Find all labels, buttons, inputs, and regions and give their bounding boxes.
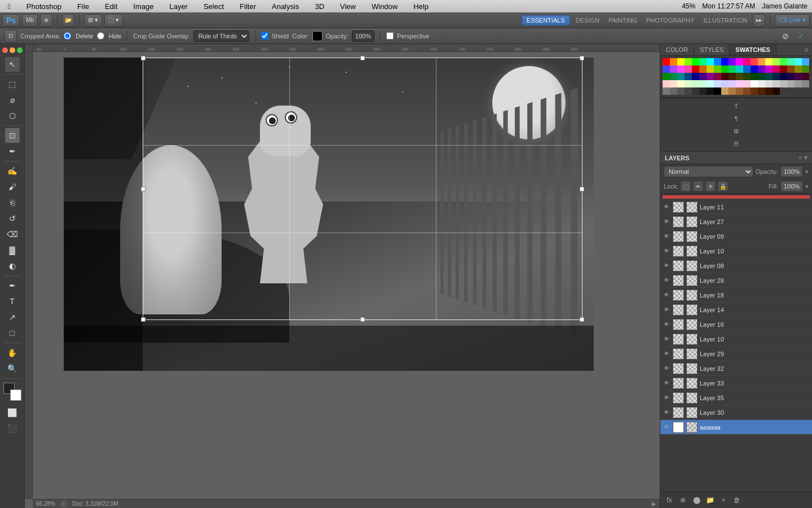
layer-eye-icon[interactable]: 👁 [663, 350, 670, 358]
gradient-tool[interactable]: ▓ [5, 243, 20, 257]
delete-layer-btn[interactable]: 🗑 [731, 494, 743, 506]
menu-filter[interactable]: Filter [236, 1, 259, 12]
eraser-tool[interactable]: ⌫ [5, 227, 20, 242]
path-select-tool[interactable]: ↗ [5, 310, 20, 325]
swatch-94[interactable] [765, 87, 773, 95]
delete-radio[interactable]: Delete [64, 32, 94, 40]
layer-eye-icon[interactable]: 👁 [663, 218, 670, 226]
layer-row[interactable]: 👁Layer 10 [660, 332, 812, 347]
layer-eye-icon[interactable]: 👁 [663, 291, 670, 299]
layer-eye-icon[interactable]: 👁 [663, 365, 670, 373]
swatch-93[interactable] [758, 87, 765, 95]
menu-help[interactable]: Help [410, 1, 432, 12]
cs-live-btn[interactable]: CS Live ▾ [775, 14, 810, 27]
menu-layer[interactable]: Layer [166, 1, 191, 12]
illustration-btn[interactable]: ILLUSTRATION [700, 16, 751, 25]
paragraph-tool-right[interactable]: ¶ [731, 113, 742, 124]
canvas-image[interactable] [64, 58, 594, 371]
swatch-10[interactable] [736, 58, 743, 65]
swatch-31[interactable] [743, 65, 751, 73]
new-layer-btn[interactable]: + [718, 494, 729, 506]
lock-move-btn[interactable]: ✛ [705, 181, 716, 191]
swatch-6[interactable] [707, 58, 714, 65]
swatch-50[interactable] [736, 73, 743, 80]
swatch-22[interactable] [677, 65, 685, 73]
swatch-33[interactable] [758, 65, 765, 73]
swatch-57[interactable] [787, 73, 795, 80]
shape-tool[interactable]: □ [5, 326, 20, 340]
swatch-64[interactable] [692, 80, 699, 87]
move-tool[interactable]: ↖ [5, 57, 20, 72]
photography-btn[interactable]: PHOTOGRAPHY [643, 16, 698, 25]
swatch-18[interactable] [795, 58, 802, 65]
design-btn[interactable]: DESIGN [572, 16, 603, 25]
swatch-92[interactable] [751, 87, 758, 95]
color-swatch[interactable] [312, 31, 323, 41]
layer-row[interactable]: 👁Layer 35 [660, 391, 812, 405]
swatch-21[interactable] [670, 65, 677, 73]
swatch-38[interactable] [795, 65, 802, 73]
opacity-dropdown-arrow[interactable]: ▾ [805, 168, 809, 176]
swatch-95[interactable] [773, 87, 780, 95]
essentials-btn[interactable]: ESSENTIALS [522, 15, 570, 25]
swatch-61[interactable] [670, 80, 677, 87]
swatch-41[interactable] [670, 73, 677, 80]
menu-3d[interactable]: 3D [311, 1, 328, 12]
swatch-58[interactable] [795, 73, 802, 80]
opacity-input[interactable] [780, 166, 803, 177]
swatch-43[interactable] [685, 73, 692, 80]
crop-tool-icon[interactable]: ⊡ [5, 30, 17, 42]
layer-eye-icon[interactable]: 👁 [663, 321, 670, 329]
tab-swatches[interactable]: SWATCHES [730, 44, 776, 55]
swatch-80[interactable] [663, 87, 670, 95]
panel-expand-btn[interactable]: ≡ [801, 44, 812, 55]
quick-select-tool[interactable]: ⬡ [5, 108, 20, 123]
swatch-8[interactable] [721, 58, 729, 65]
layer-row[interactable]: 👁Layer 28 [660, 273, 812, 288]
menu-window[interactable]: Window [368, 1, 401, 12]
swatch-62[interactable] [677, 80, 685, 87]
swatch-54[interactable] [765, 73, 773, 80]
swatch-15[interactable] [773, 58, 780, 65]
blend-mode-select[interactable]: Normal Multiply Screen Overlay [664, 166, 753, 177]
swatch-40[interactable] [663, 73, 670, 80]
swatch-66[interactable] [707, 80, 714, 87]
menu-edit[interactable]: Edit [102, 1, 121, 12]
type-tool[interactable]: T [5, 294, 20, 309]
layer-eye-icon[interactable]: 👁 [663, 379, 670, 387]
layer-eye-icon[interactable]: 👁 [663, 423, 670, 431]
apple-menu[interactable]:  [5, 1, 14, 12]
tab-color[interactable]: COLOR [660, 44, 694, 55]
swatch-68[interactable] [721, 80, 729, 87]
swatch-91[interactable] [743, 87, 751, 95]
layer-row[interactable]: 👁Layer 10 [660, 244, 812, 259]
swatch-45[interactable] [699, 73, 707, 80]
lock-all-btn[interactable]: 🔒 [718, 181, 728, 191]
swatch-28[interactable] [721, 65, 729, 73]
swatch-46[interactable] [707, 73, 714, 80]
swatch-89[interactable] [729, 87, 736, 95]
swatch-55[interactable] [773, 73, 780, 80]
swatch-87[interactable] [714, 87, 721, 95]
swatch-51[interactable] [743, 73, 751, 80]
options-btn[interactable]: ⊞ ▾ [84, 14, 102, 27]
swatch-37[interactable] [787, 65, 795, 73]
brush-tool[interactable]: 🖌 [5, 179, 20, 194]
maximize-btn[interactable] [17, 47, 23, 53]
menu-file[interactable]: File [74, 1, 92, 12]
tab-styles[interactable]: STYLES [694, 44, 730, 55]
layers-collapse-btn[interactable]: ▾ [804, 154, 807, 161]
eyedropper-tool[interactable]: ✒ [5, 144, 20, 159]
swatch-82[interactable] [677, 87, 685, 95]
pen-tool[interactable]: ✒ [5, 278, 20, 293]
fill-input[interactable] [780, 181, 803, 192]
layer-group-btn[interactable]: 📁 [704, 494, 716, 506]
layer-mask-btn[interactable]: ⊕ [677, 494, 689, 506]
color-swatches[interactable] [3, 383, 21, 401]
swatch-16[interactable] [780, 58, 787, 65]
layer-eye-icon[interactable]: 👁 [663, 247, 670, 255]
swatch-11[interactable] [743, 58, 751, 65]
swatch-36[interactable] [780, 65, 787, 73]
workspace-more-btn[interactable]: ▸▸ [753, 14, 765, 27]
swatch-70[interactable] [736, 80, 743, 87]
